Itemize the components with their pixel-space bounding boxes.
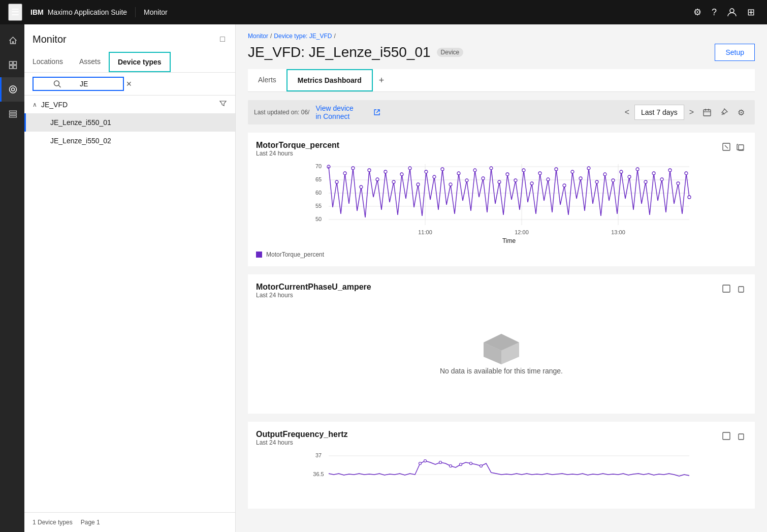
- setup-button[interactable]: Setup: [715, 44, 755, 61]
- search-clear-button[interactable]: ✕: [126, 80, 132, 88]
- svg-point-99: [450, 465, 452, 467]
- topnav-icons: ⚙ ? ⊞: [689, 3, 759, 22]
- chart-subtitle-output-freq: Last 24 hours: [256, 439, 347, 446]
- tab-metrics-dashboard[interactable]: Metrics Dashboard: [286, 69, 373, 91]
- chart-actions-motor-torque: [720, 141, 747, 155]
- page-text: Page 1: [81, 519, 100, 526]
- search-input[interactable]: [80, 80, 119, 88]
- svg-point-68: [603, 173, 606, 176]
- svg-text:11:00: 11:00: [418, 229, 432, 235]
- tab-add-button[interactable]: +: [373, 70, 391, 91]
- help-button[interactable]: ?: [708, 3, 721, 22]
- left-panel-header: Monitor □: [24, 24, 235, 46]
- device-item-je-lenze-i550-01[interactable]: JE_Lenze_i550_01: [24, 113, 235, 132]
- chart-expand-button-current[interactable]: [720, 283, 732, 297]
- menu-button[interactable]: ☰: [8, 4, 22, 21]
- svg-point-102: [480, 465, 483, 467]
- svg-rect-1: [10, 61, 13, 65]
- sidebar-home-btn[interactable]: [0, 28, 24, 53]
- chart-title-motor-torque: MotorTorque_percent: [256, 141, 339, 150]
- svg-rect-7: [10, 111, 17, 112]
- brand-area: IBM Maximo Application Suite: [30, 8, 127, 16]
- legend-label-motor-torque: MotorTorque_percent: [266, 251, 324, 258]
- toolbar-nav-btns: < Last 7 days > ⚙: [621, 105, 749, 120]
- page-title: JE_VFD: JE_Lenze_i550_01: [248, 44, 431, 60]
- svg-point-40: [376, 178, 379, 181]
- pin-button[interactable]: [716, 105, 732, 119]
- app-name: Maximo Application Suite: [48, 8, 127, 16]
- svg-point-69: [612, 179, 615, 182]
- svg-point-62: [555, 168, 558, 171]
- collapse-button[interactable]: □: [218, 33, 227, 46]
- sidebar-list-btn[interactable]: [0, 102, 24, 126]
- svg-point-79: [688, 196, 691, 199]
- page-title-area: JE_VFD: JE_Lenze_i550_01 Device: [248, 44, 463, 60]
- next-date-button[interactable]: >: [685, 105, 698, 120]
- svg-point-46: [425, 170, 428, 173]
- group-chevron-icon: ∧: [33, 101, 37, 108]
- tab-device-types[interactable]: Device types: [109, 52, 171, 72]
- svg-rect-4: [14, 66, 17, 69]
- filter-icon[interactable]: [219, 100, 227, 109]
- svg-point-75: [660, 178, 663, 181]
- svg-point-61: [547, 178, 550, 181]
- apps-button[interactable]: ⊞: [743, 3, 759, 22]
- svg-point-72: [636, 168, 639, 171]
- view-device-link[interactable]: View device in Connect: [315, 104, 398, 120]
- svg-text:65: 65: [315, 176, 322, 182]
- svg-text:55: 55: [315, 203, 322, 209]
- svg-text:36.5: 36.5: [313, 471, 324, 477]
- prev-date-button[interactable]: <: [621, 105, 633, 120]
- breadcrumb-device-type-link[interactable]: Device type: JE_VFD: [274, 33, 332, 40]
- tab-locations[interactable]: Locations: [24, 52, 71, 72]
- chart-copy-button-freq[interactable]: [734, 430, 747, 444]
- left-panel-tabs: Locations Assets Device types: [24, 52, 235, 73]
- svg-point-5: [10, 86, 17, 93]
- svg-text:37: 37: [315, 452, 322, 458]
- svg-rect-8: [10, 113, 17, 115]
- svg-rect-90: [723, 432, 730, 440]
- search-area: ✕: [24, 73, 235, 96]
- tab-alerts[interactable]: Alerts: [248, 70, 286, 91]
- breadcrumb-monitor-link[interactable]: Monitor: [248, 33, 268, 40]
- svg-point-38: [360, 185, 363, 189]
- svg-point-36: [343, 172, 346, 175]
- chart-header-output-freq: OutputFrequency_hertz Last 24 hours: [256, 430, 747, 446]
- svg-point-63: [563, 184, 566, 187]
- user-button[interactable]: [723, 3, 741, 21]
- settings-button[interactable]: ⚙: [689, 3, 706, 22]
- svg-point-42: [392, 180, 395, 183]
- chart-copy-button[interactable]: [734, 141, 747, 155]
- device-group-je-vfd[interactable]: ∧ JE_VFD: [24, 96, 235, 113]
- chart-expand-button[interactable]: [720, 141, 732, 155]
- chart-title-area-current: MotorCurrentPhaseU_ampere Last 24 hours: [256, 283, 371, 299]
- device-item-je-lenze-i550-02[interactable]: JE_Lenze_i550_02: [24, 132, 235, 150]
- svg-text:70: 70: [315, 163, 322, 169]
- svg-point-0: [730, 9, 734, 13]
- motor-current-chart-card: MotorCurrentPhaseU_ampere Last 24 hours: [248, 274, 755, 414]
- svg-point-41: [384, 170, 387, 173]
- chart-expand-button-freq[interactable]: [720, 430, 732, 444]
- content-tabs: Alerts Metrics Dashboard +: [248, 69, 755, 92]
- group-name: JE_VFD: [41, 101, 215, 109]
- chart-settings-button[interactable]: ⚙: [733, 105, 749, 120]
- svg-point-65: [579, 177, 582, 180]
- svg-point-100: [460, 463, 462, 466]
- expand-icon: [722, 285, 730, 293]
- calendar-button[interactable]: [699, 105, 715, 119]
- svg-rect-9: [10, 116, 17, 117]
- motor-torque-svg: 70 65 60 55 50: [256, 159, 747, 245]
- svg-text:12:00: 12:00: [515, 229, 529, 235]
- sidebar-grid-btn[interactable]: [0, 53, 24, 77]
- svg-point-67: [595, 180, 598, 183]
- sidebar-monitor-btn[interactable]: [0, 77, 24, 102]
- ibm-logo: IBM: [30, 8, 44, 16]
- svg-point-37: [351, 167, 355, 170]
- svg-point-78: [685, 172, 688, 175]
- chart-copy-button-current[interactable]: [734, 283, 747, 297]
- top-navigation: ☰ IBM Maximo Application Suite Monitor ⚙…: [0, 0, 767, 24]
- svg-point-70: [620, 170, 623, 173]
- tab-assets[interactable]: Assets: [71, 52, 109, 72]
- date-range-label: Last 7 days: [634, 105, 684, 120]
- svg-line-11: [59, 85, 61, 87]
